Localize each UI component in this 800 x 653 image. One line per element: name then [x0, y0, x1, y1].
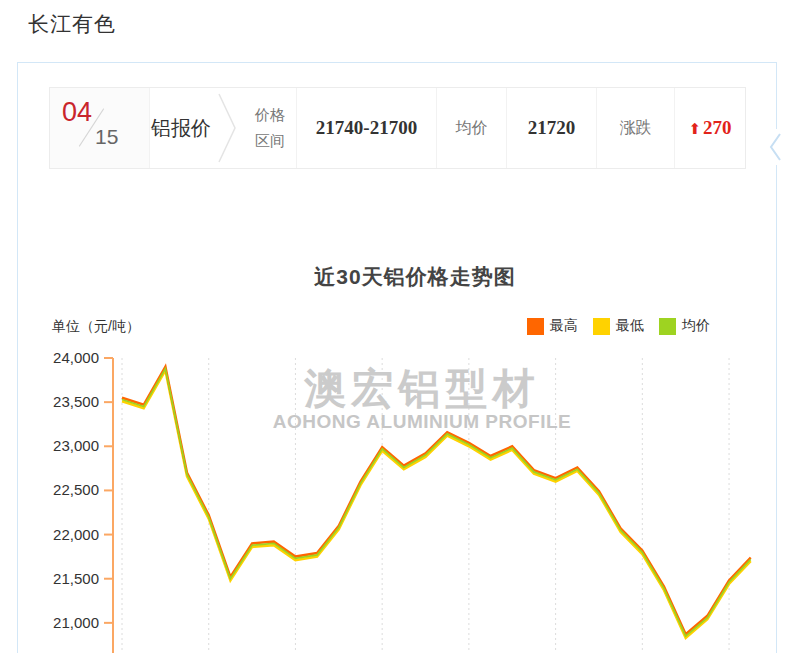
watermark-cn: 澳宏铝型材 [304, 365, 540, 412]
change-label: 涨跌 [596, 88, 674, 168]
change-badge: ⬆ 270 [674, 88, 745, 168]
y-tick-label: 21,000 [53, 614, 99, 631]
product-name: 铝报价 [150, 88, 212, 168]
price-range-value: 21740-21700 [316, 117, 417, 139]
avg-price-label: 均价 [436, 88, 506, 168]
price-range-label-line2: 区间 [255, 128, 285, 154]
quote-date-day: 15 [95, 125, 118, 149]
avg-price-value: 21720 [528, 117, 576, 139]
price-range-label-line1: 价格 [255, 102, 285, 128]
page-title: 长江有色 [28, 10, 116, 38]
y-tick-label: 23,500 [53, 393, 99, 410]
price-range-label: 价格 区间 [244, 88, 296, 168]
y-tick-label: 22,500 [53, 481, 99, 498]
quote-date-month: 04 [62, 97, 92, 128]
y-tick-label: 24,000 [53, 349, 99, 366]
quote-bar: 04 15 铝报价 价格 区间 21740-21700 均价 21720 涨跌 … [49, 87, 746, 169]
price-trend-chart: 澳宏铝型材AOHONG ALUMINIUM PROFILE24,00023,50… [38, 311, 783, 653]
quote-date: 04 15 [50, 88, 150, 168]
y-tick-label: 22,000 [53, 526, 99, 543]
change-value: 270 [703, 117, 732, 139]
watermark-en: AOHONG ALUMINIUM PROFILE [273, 411, 571, 432]
chart-title: 近30天铝价格走势图 [35, 263, 795, 291]
content-panel: 04 15 铝报价 价格 区间 21740-21700 均价 21720 涨跌 … [17, 62, 777, 653]
up-arrow-icon: ⬆ [688, 121, 701, 136]
chevron-right-separator-icon [212, 88, 244, 168]
chevron-left-icon[interactable] [767, 131, 783, 163]
carousel-prev-button[interactable] [765, 129, 785, 165]
y-tick-label: 23,000 [53, 437, 99, 454]
y-tick-label: 21,500 [53, 570, 99, 587]
